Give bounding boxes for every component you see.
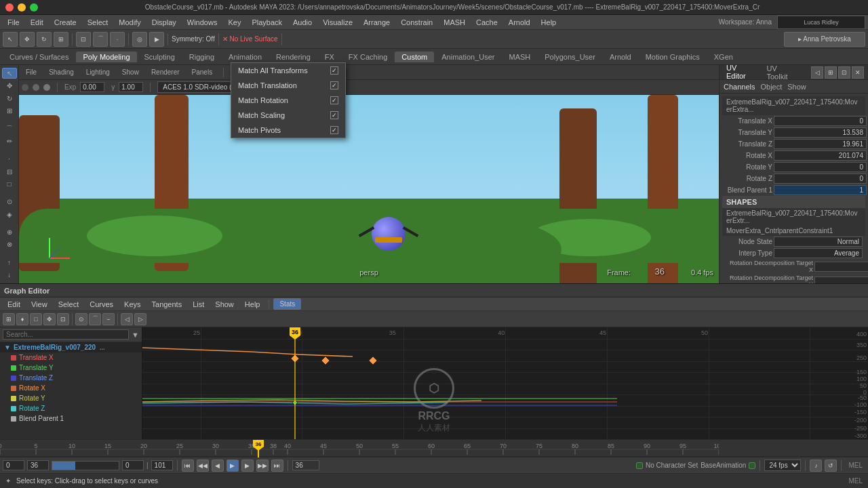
prev-frame-btn[interactable]: ◀ — [212, 460, 224, 472]
ge-menu-tangents[interactable]: Tangents — [147, 299, 187, 310]
ge-menu-edit[interactable]: Edit — [3, 299, 25, 310]
menu-arnold[interactable]: Arnold — [504, 17, 535, 28]
translate-y-input[interactable] — [774, 127, 867, 138]
rot-decomp-y-input[interactable] — [814, 277, 868, 284]
3d-viewport[interactable]: persp Frame: 36 0.4 fps — [19, 95, 719, 283]
menu-cache[interactable]: Cache — [471, 17, 502, 28]
next-key-btn[interactable]: ▶▶ — [256, 460, 269, 472]
uv-icon4[interactable]: ✕ — [852, 66, 864, 79]
ge-tb-pre-inf[interactable]: ◁ — [121, 313, 133, 325]
select-mode-btn[interactable]: ↖ — [2, 68, 17, 79]
ge-rotate-x-item[interactable]: Rotate X — [0, 383, 142, 393]
rotate-tool-btn[interactable]: ↻ — [37, 32, 52, 47]
ws-tab-custom[interactable]: Custom — [395, 52, 434, 62]
main-timeline[interactable]: 0 5 10 15 20 25 30 35 38 36 — [0, 439, 868, 457]
ge-tb-frame-all[interactable]: ⊞ — [3, 313, 15, 325]
ws-tab-polygons[interactable]: Polygons_User — [538, 52, 602, 62]
menu-constrain[interactable]: Constrain — [396, 17, 437, 28]
ge-search-input[interactable] — [3, 329, 129, 340]
menu-create[interactable]: Create — [50, 17, 81, 28]
snap-point-btn[interactable]: · — [110, 32, 125, 47]
ge-tb-tangent2[interactable]: ⌣ — [102, 313, 115, 325]
scale-mode-btn[interactable]: ⊞ — [2, 105, 17, 116]
lasso-btn[interactable]: ⌒ — [2, 123, 17, 134]
edge-btn[interactable]: ⊟ — [2, 166, 17, 177]
color-circle2[interactable] — [33, 84, 39, 91]
shapes-section-header[interactable]: SHAPES — [722, 196, 865, 208]
vp-renderer-btn[interactable]: Renderer — [147, 68, 184, 77]
gamma-input[interactable] — [119, 82, 143, 92]
minimize-button[interactable] — [18, 3, 26, 12]
paint-btn[interactable]: ✏ — [2, 136, 17, 146]
ws-tab-poly[interactable]: Poly Modeling — [76, 52, 136, 62]
ws-tab-rendering[interactable]: Rendering — [269, 52, 317, 62]
menu-arrange[interactable]: Arrange — [359, 17, 395, 28]
ge-tb-select[interactable]: □ — [30, 313, 42, 325]
ge-menu-curves[interactable]: Curves — [85, 299, 118, 310]
ge-menu-keys[interactable]: Keys — [119, 299, 145, 310]
ge-tb-post-inf[interactable]: ▷ — [134, 313, 146, 325]
ge-translate-z-item[interactable]: Translate Z — [0, 373, 142, 383]
ws-tab-rigging[interactable]: Rigging — [182, 52, 221, 62]
camera-btn[interactable]: ◈ — [2, 209, 17, 220]
snap-curve-btn[interactable]: ⌒ — [93, 32, 108, 47]
uv-toolkit-tab[interactable]: UV Toolkit — [764, 65, 800, 82]
match-pivots-item[interactable]: Match Pivots ✓ — [231, 123, 345, 138]
match-translation-item[interactable]: Match Translation ✓ — [231, 78, 345, 93]
goto-end-btn[interactable]: ⏭ — [271, 460, 283, 472]
snap-grid-btn[interactable]: ⊡ — [76, 32, 91, 47]
select-tool-btn[interactable]: ↖ — [3, 32, 18, 47]
ws-tab-fx[interactable]: FX — [318, 52, 341, 62]
arrow-down-btn[interactable]: ↓ — [2, 269, 17, 280]
object-btn[interactable]: Object — [760, 83, 782, 91]
frame-display-input[interactable] — [122, 460, 144, 470]
render-btn[interactable]: ▶ — [149, 32, 164, 47]
channels-btn[interactable]: Channels — [724, 83, 755, 91]
range-end-input[interactable] — [151, 460, 173, 470]
vp-lighting-btn[interactable]: Lighting — [82, 68, 114, 77]
ws-tab-animuser[interactable]: Animation_User — [435, 52, 501, 62]
ws-tab-sculpting[interactable]: Sculpting — [138, 52, 182, 62]
ge-search-dropdown[interactable]: ▼ — [132, 331, 139, 339]
loop-btn[interactable]: ↺ — [825, 460, 837, 472]
ws-tab-motiongfx[interactable]: Motion Graphics — [639, 52, 707, 62]
uv-icon3[interactable]: ⊡ — [838, 66, 850, 79]
color-circle3[interactable] — [43, 84, 50, 91]
close-button[interactable] — [5, 3, 14, 12]
menu-visualize[interactable]: Visualize — [318, 17, 357, 28]
translate-x-input[interactable] — [774, 116, 867, 126]
menu-edit[interactable]: Edit — [26, 17, 48, 28]
vertex-btn[interactable]: · — [2, 153, 17, 164]
menu-audio[interactable]: Audio — [288, 17, 317, 28]
ws-tab-arnold[interactable]: Arnold — [603, 52, 638, 62]
ws-tab-animation[interactable]: Animation — [222, 52, 269, 62]
rotate-mode-btn[interactable]: ↻ — [2, 93, 17, 104]
ge-parent-item[interactable]: ▼ ExtremeBalRig_v007_220 ... — [0, 342, 142, 352]
ws-tab-xgen[interactable]: XGen — [707, 52, 740, 62]
history-btn[interactable]: ◎ — [132, 32, 147, 47]
range-start-input[interactable] — [3, 460, 24, 470]
blend-parent-input[interactable] — [774, 185, 867, 195]
show-hide-btn[interactable]: ⊕ — [2, 226, 17, 237]
vp-file-btn[interactable]: File — [22, 68, 41, 77]
ge-tb-tangent1[interactable]: ⌒ — [89, 313, 101, 325]
ge-menu-select[interactable]: Select — [54, 299, 84, 310]
wire-btn[interactable]: ⊗ — [2, 239, 17, 250]
show-cb-btn[interactable]: Show — [787, 83, 806, 91]
rotate-z-input[interactable] — [774, 174, 867, 184]
ge-rotate-y-item[interactable]: Rotate Y — [0, 393, 142, 403]
user-btn[interactable]: ▸ Anna Petrovska — [784, 32, 865, 47]
menu-key[interactable]: Key — [223, 17, 245, 28]
ws-tab-curves[interactable]: Curves / Surfaces — [3, 52, 75, 62]
snap-btn[interactable]: ⊙ — [2, 197, 17, 207]
ge-blend-parent-item[interactable]: Blend Parent 1 — [0, 413, 142, 424]
frame-number-input[interactable] — [292, 460, 319, 470]
menu-display[interactable]: Display — [147, 17, 181, 28]
scale-tool-btn[interactable]: ⊞ — [54, 32, 68, 47]
ge-graph-area[interactable]: 25 30 35 40 45 50 400 350 250 150 100 50… — [142, 327, 868, 439]
match-rotation-item[interactable]: Match Rotation ✓ — [231, 93, 345, 108]
frame-slider[interactable] — [52, 461, 119, 470]
translate-z-input[interactable] — [774, 139, 867, 149]
current-frame-input[interactable] — [27, 460, 49, 470]
ge-tb-scale[interactable]: ⊡ — [57, 313, 69, 325]
